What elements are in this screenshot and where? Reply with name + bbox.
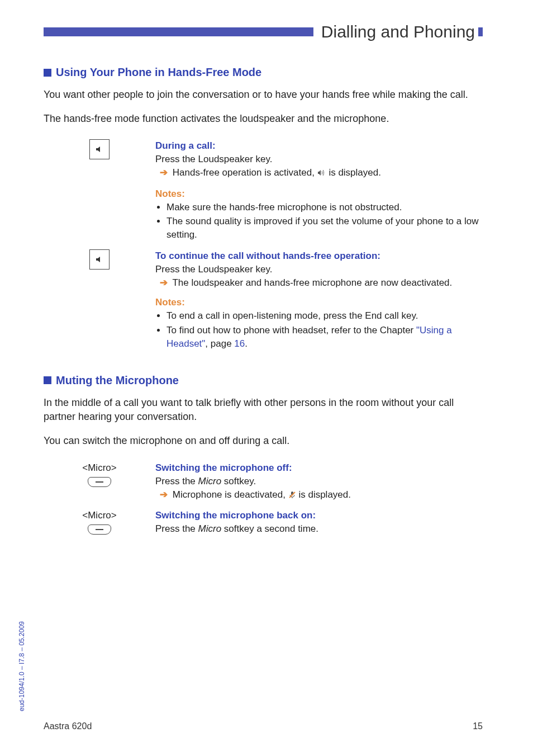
- page-header-title: Dialling and Phoning: [313, 22, 475, 41]
- arrow-icon: ➔: [160, 167, 170, 178]
- loudspeaker-key-icon: [89, 249, 110, 270]
- mic-muted-icon: [288, 489, 296, 503]
- mic-off-result-pre: Microphone is deactivated,: [173, 489, 288, 500]
- note-item: The sound quality is improved if you set…: [166, 215, 483, 242]
- micro-softkey: <Micro>: [82, 509, 116, 538]
- note-2-mid: , page: [205, 338, 234, 349]
- arrow-icon: ➔: [160, 277, 170, 288]
- header-rule-cap: [478, 27, 483, 36]
- notes-list-1: Make sure the hands-free microphone is n…: [155, 201, 483, 242]
- mic-on-line: Press the Micro softkey a second time.: [155, 522, 483, 536]
- page-footer: Aastra 620d 15: [44, 721, 483, 731]
- section-heading-muting: Muting the Microphone: [44, 374, 483, 387]
- hands-free-intro-2: The hands-free mode function activates t…: [44, 112, 483, 126]
- mic-on-title: Switching the microphone back on:: [155, 509, 483, 522]
- during-call-result-post: is displayed.: [329, 167, 381, 178]
- hands-free-intro-1: You want other people to join the conver…: [44, 88, 483, 102]
- mic-off-result-post: is displayed.: [298, 489, 351, 500]
- mic-off-line-pre: Press the: [155, 476, 198, 486]
- during-call-title: During a call:: [155, 139, 483, 153]
- continue-call-line: Press the Loudspeaker key.: [155, 263, 483, 276]
- mic-on-line-pre: Press the: [155, 523, 198, 534]
- mic-on-line-post: softkey a second time.: [221, 523, 318, 534]
- section-heading-text: Muting the Microphone: [56, 374, 179, 387]
- bullet-square-icon: [44, 376, 51, 384]
- footer-model: Aastra 620d: [44, 721, 92, 731]
- footer-page-number: 15: [473, 721, 483, 731]
- note-item: To find out how to phone with headset, r…: [166, 324, 483, 351]
- micro-softkey: <Micro>: [82, 461, 116, 491]
- during-call-result: ➔ Hands-free operation is activated, is …: [155, 166, 483, 181]
- section-heading-text: Using Your Phone in Hands-Free Mode: [56, 66, 261, 79]
- hands-free-table: During a call: Press the Loudspeaker key…: [44, 136, 483, 355]
- header-rule: [44, 27, 313, 36]
- softkey-icon: [88, 525, 111, 535]
- header-bar: Dialling and Phoning: [44, 22, 483, 41]
- note-2-pre: To find out how to phone with headset, r…: [166, 325, 416, 336]
- mic-off-result: ➔ Microphone is deactivated, is displaye…: [155, 488, 483, 503]
- section-heading-hands-free: Using Your Phone in Hands-Free Mode: [44, 66, 483, 79]
- loudspeaker-key-icon: [89, 139, 110, 159]
- during-call-line: Press the Loudspeaker key.: [155, 153, 483, 166]
- softkey-label: <Micro>: [82, 509, 116, 522]
- mic-on-line-em: Micro: [198, 523, 222, 534]
- mic-off-line: Press the Micro softkey.: [155, 475, 483, 488]
- mic-off-title: Switching the microphone off:: [155, 461, 483, 475]
- notes-label-1: Notes:: [155, 187, 483, 201]
- arrow-icon: ➔: [160, 489, 170, 500]
- muting-table: <Micro> Switching the microphone off: Pr…: [44, 458, 483, 542]
- mic-off-line-post: softkey.: [221, 476, 256, 486]
- softkey-label: <Micro>: [82, 461, 116, 475]
- during-call-result-pre: Hands-free operation is activated,: [173, 167, 317, 178]
- bullet-square-icon: [44, 69, 51, 77]
- note-item: To end a call in open-listening mode, pr…: [166, 309, 483, 323]
- note-item: Make sure the hands-free microphone is n…: [166, 201, 483, 214]
- document-id-label: eud-1094/1.0 – I7.8 – 05.2009: [18, 621, 26, 711]
- mic-off-line-em: Micro: [198, 476, 222, 486]
- muting-intro-1: In the middle of a call you want to talk…: [44, 396, 483, 424]
- note-2-post: .: [245, 338, 248, 349]
- continue-call-result: ➔ The loudspeaker and hands-free microph…: [155, 276, 483, 290]
- continue-call-title: To continue the call without hands-free …: [155, 249, 483, 263]
- speaker-active-icon: [317, 167, 326, 181]
- notes-label-2: Notes:: [155, 296, 483, 309]
- muting-intro-2: You can switch the microphone on and off…: [44, 434, 483, 448]
- continue-call-result-text: The loudspeaker and hands-free microphon…: [172, 277, 452, 288]
- notes-list-2: To end a call in open-listening mode, pr…: [155, 309, 483, 350]
- page-16-link[interactable]: 16: [234, 338, 245, 349]
- softkey-icon: [88, 477, 111, 487]
